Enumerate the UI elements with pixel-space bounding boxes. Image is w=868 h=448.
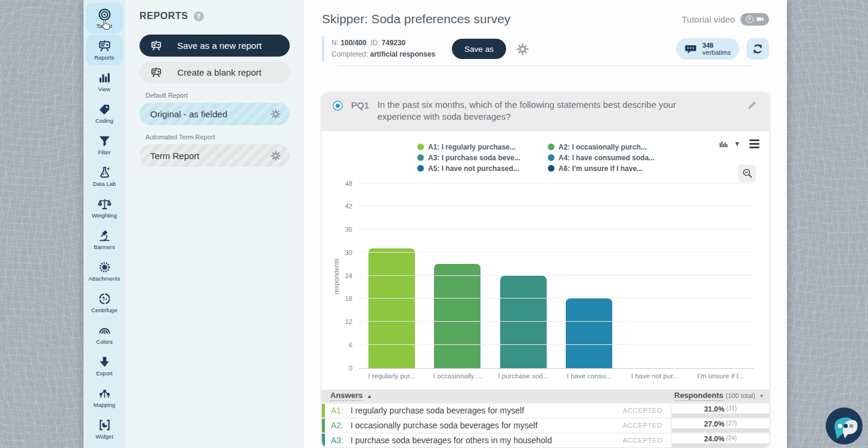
question-radio[interactable]: [333, 101, 343, 111]
chevron-down-icon[interactable]: ▼: [734, 140, 740, 147]
table-row[interactable]: A2:I occasionally purchase soda beverage…: [322, 418, 769, 433]
sidebar-item-colors[interactable]: Colors: [86, 319, 123, 349]
app-logo: [824, 406, 864, 446]
legend-label: A2: I occasionally purch...: [559, 143, 647, 151]
tutorial-video-link[interactable]: Tutorial video ?: [682, 13, 770, 26]
sidebar-item-data-lab[interactable]: Data Lab: [86, 161, 123, 191]
answer-status: ACCEPTED: [622, 404, 671, 418]
tutorial-video-pill[interactable]: ?: [740, 13, 769, 26]
respondents-count: (27): [726, 420, 737, 427]
bar-2[interactable]: [434, 264, 480, 368]
report-item-original[interactable]: Original - as fielded: [140, 102, 290, 125]
respondents-cell: 24.0%(24): [671, 434, 769, 447]
answer-code: A1:: [325, 404, 348, 418]
answer-status: ACCEPTED: [622, 419, 671, 433]
refresh-button[interactable]: [746, 38, 769, 60]
sidebar-item-label: Attachments: [89, 275, 120, 282]
table-row[interactable]: A3:I purchase soda beverages for others …: [322, 433, 769, 447]
gear-icon[interactable]: [270, 150, 281, 161]
edit-pencil-icon[interactable]: [746, 100, 757, 111]
reports-panel: REPORTS ? Save as a new report Create a …: [125, 0, 304, 448]
legend-item[interactable]: A2: I occasionally purch...: [548, 143, 655, 151]
table-row[interactable]: A1:I regularly purchase soda beverages f…: [322, 403, 769, 418]
main-content: Skipper: Soda preferences survey Tutoria…: [304, 0, 787, 448]
x-axis-label: I’m unsure if I...: [688, 372, 754, 379]
y-axis-tick: 6: [349, 341, 352, 349]
coding-icon: [98, 102, 111, 116]
help-icon[interactable]: ?: [194, 11, 204, 21]
legend-item[interactable]: A4: I have consumed soda...: [548, 154, 655, 162]
sidebar-item-reports[interactable]: Reports: [86, 35, 123, 65]
bar-slot: [622, 183, 687, 368]
y-axis-tick: 48: [345, 180, 352, 187]
verbatims-label: verbatims: [702, 49, 731, 56]
create-blank-report-label: Create a blank report: [172, 67, 267, 77]
survey-stats-bar: N: 100/400 ID: 749230 Completed: artific…: [322, 35, 769, 63]
legend-label: A4: I have consumed soda...: [559, 154, 655, 162]
verbatims-button[interactable]: 348 verbatims: [676, 38, 739, 60]
sidebar-item-attachments[interactable]: Attachments: [86, 256, 123, 286]
bar-3[interactable]: [500, 276, 547, 368]
answer-text: I purchase soda beverages for others in …: [348, 434, 622, 447]
bar-slot: [359, 183, 424, 368]
sidebar-item-widget[interactable]: Widget: [86, 413, 123, 444]
sidebar-item-target[interactable]: Target: [86, 3, 123, 33]
sidebar-item-weighting[interactable]: Weighting: [86, 192, 123, 223]
chart-menu-icon[interactable]: [749, 139, 760, 148]
sidebar-item-view[interactable]: View: [86, 66, 123, 97]
sidebar-item-label: Target: [97, 23, 112, 29]
bar-4[interactable]: [566, 298, 612, 368]
sort-desc-icon[interactable]: ▼: [759, 393, 764, 399]
sidebar-item-mapping[interactable]: Mapping: [86, 382, 123, 412]
zoom-out-button[interactable]: [738, 164, 756, 182]
banners-icon: [98, 229, 111, 242]
chart-controls: ▼: [718, 139, 760, 149]
sidebar-item-centrifuge[interactable]: Centrifuge: [86, 287, 123, 318]
progress-track: [672, 443, 769, 447]
answer-text: I occasionally purchase soda beverages f…: [348, 419, 622, 433]
sidebar-item-banners[interactable]: Banners: [86, 224, 123, 254]
legend-dot: [417, 144, 424, 150]
y-axis-tick: 12: [345, 318, 352, 325]
attachments-icon: [98, 260, 111, 274]
legend-item[interactable]: A5: I have not purchased...: [417, 164, 520, 173]
reports-icon: [98, 39, 111, 53]
answers-column-header[interactable]: Answers: [330, 391, 362, 401]
answers-table-header: Answers ▲ Respondents (100 total) ▼: [322, 390, 769, 403]
save-as-new-report-button[interactable]: Save as a new report: [140, 35, 290, 57]
legend-item[interactable]: A6: I’m unsure if I have...: [548, 164, 655, 173]
legend-item[interactable]: A3: I purchase soda beve...: [417, 154, 520, 162]
gear-icon[interactable]: [516, 42, 529, 56]
bar-1[interactable]: [368, 248, 415, 368]
legend-item[interactable]: A1: I regularly purchase...: [417, 143, 520, 151]
y-axis-tick: 30: [345, 249, 352, 256]
zoom-out-icon: [742, 167, 753, 179]
question-card: PQ1 In the past six months, which of the…: [322, 92, 769, 447]
save-as-button[interactable]: Save as: [452, 39, 506, 59]
gridline: [359, 252, 754, 253]
sidebar-item-label: Weighting: [92, 212, 117, 219]
survey-stats: N: 100/400 ID: 749230 Completed: artific…: [331, 38, 435, 60]
sidebar-item-export[interactable]: Export: [86, 350, 123, 381]
chart-type-icon[interactable]: [718, 139, 728, 149]
gear-icon[interactable]: [270, 108, 281, 120]
respondents-column-header[interactable]: Respondents: [674, 391, 723, 401]
legend-dot: [548, 165, 554, 172]
y-axis-tick: 0: [349, 365, 352, 372]
filter-icon: [98, 134, 111, 148]
gridline: [359, 183, 754, 183]
create-blank-report-button[interactable]: Create a blank report: [140, 61, 290, 83]
save-as-new-report-label: Save as a new report: [172, 41, 267, 51]
y-axis-label: respondents: [333, 253, 340, 300]
gridline: [359, 275, 754, 276]
sort-asc-icon[interactable]: ▲: [367, 393, 372, 399]
report-item-term-report[interactable]: Term Report: [140, 144, 290, 167]
target-icon: [98, 8, 111, 21]
x-axis-label: I purchase sod...: [491, 372, 556, 379]
sidebar-item-coding[interactable]: Coding: [86, 98, 123, 128]
sidebar-item-label: Export: [96, 370, 112, 377]
sidebar-item-filter[interactable]: Filter: [86, 129, 123, 160]
x-axis-label: I have consu...: [556, 372, 622, 379]
centrifuge-icon: [98, 292, 111, 306]
gridline: [359, 298, 754, 298]
